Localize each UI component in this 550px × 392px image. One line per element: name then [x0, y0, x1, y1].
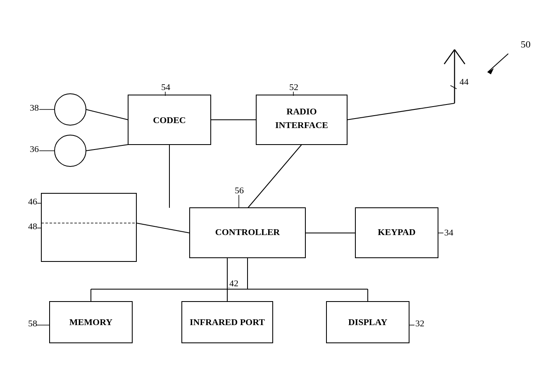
circle-mic2: [55, 135, 86, 166]
ref-48: 48: [28, 221, 37, 231]
ref-44: 44: [460, 76, 469, 87]
ref-32: 32: [415, 318, 424, 328]
svg-line-7: [86, 109, 128, 120]
svg-line-5: [450, 86, 457, 89]
codec-label: CODEC: [153, 115, 186, 125]
circle-mic1: [55, 94, 86, 125]
ref-50: 50: [521, 39, 531, 50]
memory-label: MEMORY: [69, 317, 112, 327]
ref-42: 42: [229, 278, 238, 288]
ref-38: 38: [30, 102, 39, 113]
screen-box: [41, 193, 136, 261]
svg-line-3: [444, 50, 455, 64]
svg-line-0: [488, 54, 508, 72]
diagram-container: 50 44 38 36 CODEC 54 RADIO INTERFACE 52: [0, 0, 550, 392]
svg-line-4: [455, 50, 465, 64]
radio-label-line2: INTERFACE: [275, 120, 328, 130]
svg-line-13: [347, 103, 455, 120]
ref-34: 34: [444, 227, 453, 238]
svg-line-22: [136, 223, 190, 233]
display-label: DISPLAY: [348, 317, 388, 327]
svg-line-15: [248, 145, 302, 208]
ref-58: 58: [28, 318, 37, 328]
controller-label: CONTROLLER: [215, 227, 281, 237]
radio-label-line1: RADIO: [286, 106, 317, 116]
svg-line-9: [86, 145, 128, 151]
ref-54: 54: [161, 82, 170, 92]
ref-56: 56: [235, 185, 244, 195]
keypad-label: KEYPAD: [378, 227, 415, 237]
ref-36: 36: [30, 144, 39, 154]
ref-52: 52: [289, 82, 298, 92]
ref-46: 46: [28, 196, 37, 207]
infrared-label: INFRARED PORT: [190, 317, 265, 327]
